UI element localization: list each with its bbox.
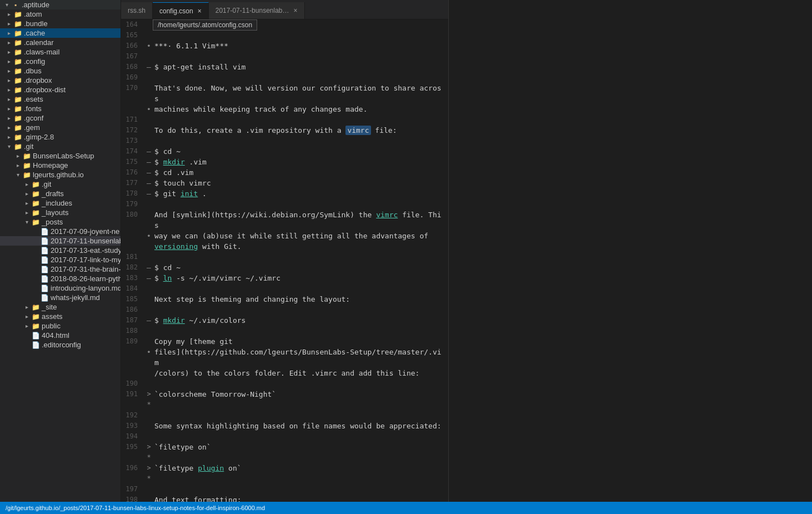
sidebar-label-post2: 2017-07-11-bunsenlab xyxy=(49,237,121,245)
sidebar-item-drafts[interactable]: ▸ 📁 _drafts xyxy=(0,189,121,198)
gconf-arrow: ▸ xyxy=(4,115,13,121)
sidebar-item-dropbox-dist[interactable]: ▸ 📁 .dropbox-dist xyxy=(0,85,121,94)
dbus-arrow: ▸ xyxy=(4,68,13,74)
sidebar-label-homepage: Homepage xyxy=(31,161,68,169)
esets-arrow: ▸ xyxy=(4,96,13,102)
sidebar-item-fonts[interactable]: ▸ 📁 .fonts xyxy=(0,104,121,113)
editorconfig-file-icon: 📄 xyxy=(31,341,40,349)
code-line-189: 189 Copy my [theme git xyxy=(121,336,448,347)
sidebar-item-site[interactable]: ▸ 📁 _site xyxy=(0,302,121,312)
sidebar-label-fonts: .fonts xyxy=(22,104,42,113)
tab-bunsen-close[interactable]: × xyxy=(294,7,298,14)
tab-bunsen-label: 2017-07-11-bunsenlab… xyxy=(215,7,289,14)
post2-file-icon: 📄 xyxy=(40,237,49,245)
bunsenlabs-folder-icon: 📁 xyxy=(22,152,31,160)
tab-config-close[interactable]: × xyxy=(198,7,202,15)
sidebar-item-cache[interactable]: ▸ 📁 .cache xyxy=(0,28,121,38)
bundle-folder-icon: 📁 xyxy=(13,20,22,28)
atom-arrow: ▸ xyxy=(4,11,13,17)
lgeurts-folder-icon: 📁 xyxy=(22,171,31,179)
sidebar-item-bundle[interactable]: ▸ 📁 .bundle xyxy=(0,19,121,28)
sidebar-label-dropbox: .dropbox xyxy=(22,76,52,84)
sidebar-label-dropbox-dist: .dropbox-dist xyxy=(22,86,66,94)
cache-arrow: ▸ xyxy=(4,30,13,36)
sidebar-label-git2: .git xyxy=(40,180,51,188)
sidebar-item-homepage[interactable]: ▸ 📁 Homepage xyxy=(0,161,121,170)
sidebar-label-post4: 2017-07-17-link-to-my xyxy=(49,256,121,264)
sidebar-item-dbus[interactable]: ▸ 📁 .dbus xyxy=(0,66,121,76)
sidebar-item-atom[interactable]: ▸ 📁 .atom xyxy=(0,9,121,19)
git2-folder-icon: 📁 xyxy=(31,181,40,188)
sidebar-label-drafts: _drafts xyxy=(40,189,64,198)
sidebar-label-calendar: .calendar xyxy=(22,38,53,47)
editor-tab-bar: rss.sh config.cson × /home/lgeurts/.atom… xyxy=(121,0,448,19)
sidebar-file-post1[interactable]: 📄 2017-07-09-joyent-ne… xyxy=(0,227,121,236)
sidebar-item-git2[interactable]: ▸ 📁 .git xyxy=(0,179,121,189)
code-line-185: 185 Next step is theming and changing th… xyxy=(121,294,448,305)
fonts-folder-icon: 📁 xyxy=(13,105,22,113)
sidebar-label-editorconfig: .editorconfig xyxy=(40,341,81,349)
post3-file-icon: 📄 xyxy=(40,247,49,254)
git-folder-icon: 📁 xyxy=(13,143,22,151)
gconf-folder-icon: 📁 xyxy=(13,114,22,122)
sidebar-item-gimp[interactable]: ▸ 📁 .gimp-2.8 xyxy=(0,132,121,142)
sidebar-item-esets[interactable]: ▸ 📁 .esets xyxy=(0,94,121,104)
calendar-folder-icon: 📁 xyxy=(13,39,22,47)
code-line-186: 186 xyxy=(121,305,448,315)
includes-arrow: ▸ xyxy=(22,200,31,206)
sidebar-file-post4[interactable]: 📄 2017-07-17-link-to-my xyxy=(0,255,121,265)
sidebar-root[interactable]: ▾ ▪ .aptitude xyxy=(0,0,121,9)
tab-config[interactable]: config.cson × /home/lgeurts/.atom/config… xyxy=(153,2,209,19)
sidebar-item-calendar[interactable]: ▸ 📁 .calendar xyxy=(0,38,121,47)
sidebar-item-claws-mail[interactable]: ▸ 📁 .claws-mail xyxy=(0,47,121,57)
sidebar-file-post5[interactable]: 📄 2017-07-31-the-brain-j xyxy=(0,265,121,274)
sidebar-file-editorconfig[interactable]: 📄 .editorconfig xyxy=(0,340,121,350)
sidebar-root-label: .aptitude xyxy=(20,1,49,9)
gem-folder-icon: 📁 xyxy=(13,124,22,132)
sidebar-label-gimp: .gimp-2.8 xyxy=(22,133,54,141)
config-folder-icon: 📁 xyxy=(13,58,22,66)
sidebar-item-posts[interactable]: ▾ 📁 _posts xyxy=(0,217,121,227)
esets-folder-icon: 📁 xyxy=(13,96,22,103)
sidebar-label-includes: _includes xyxy=(40,199,72,207)
homepage-arrow: ▸ xyxy=(13,162,22,168)
site-folder-icon: 📁 xyxy=(31,303,40,311)
code-line-181: 181 xyxy=(121,252,448,262)
code-line-189c: /colors) to the colors folder. Edit .vim… xyxy=(121,368,448,378)
gem-arrow: ▸ xyxy=(4,124,13,131)
sidebar-item-lgeurts[interactable]: ▾ 📁 lgeurts.github.io xyxy=(0,170,121,179)
code-line-174: 174 – $ cd ~ xyxy=(121,146,448,157)
sidebar-item-dropbox[interactable]: ▸ 📁 .dropbox xyxy=(0,76,121,85)
tab-bunsen[interactable]: 2017-07-11-bunsenlab… × xyxy=(209,2,305,19)
sidebar-label-config: .config xyxy=(22,57,45,66)
sidebar-label-post7: introducing-lanyon.md xyxy=(49,284,121,292)
sidebar-label-posts: _posts xyxy=(40,218,63,226)
sidebar-file-post8[interactable]: 📄 whats-jekyll.md xyxy=(0,293,121,302)
sidebar-item-bunsenlabs-setup[interactable]: ▸ 📁 BunsenLabs-Setup xyxy=(0,151,121,161)
sidebar-label-esets: .esets xyxy=(22,95,43,103)
git2-arrow: ▸ xyxy=(22,181,31,187)
code-editor: 164 **6.1 Text 165 166 • ***· 6.1.1 Vim*… xyxy=(121,19,449,502)
code-line-192: 192 xyxy=(121,410,448,421)
bundle-arrow: ▸ xyxy=(4,21,13,27)
sidebar-item-gconf[interactable]: ▸ 📁 .gconf xyxy=(0,113,121,123)
code-line-188: 188 xyxy=(121,326,448,336)
sidebar-file-post3[interactable]: 📄 2017-07-13-eat.-study xyxy=(0,246,121,255)
gimp-folder-icon: 📁 xyxy=(13,133,22,141)
sidebar-item-layouts[interactable]: ▸ 📁 _layouts xyxy=(0,208,121,217)
sidebar-file-post7[interactable]: 📄 introducing-lanyon.md xyxy=(0,283,121,293)
sidebar-item-config[interactable]: ▸ 📁 .config xyxy=(0,57,121,66)
sidebar-label-bunsenlabs: BunsenLabs-Setup xyxy=(31,152,94,160)
sidebar-item-includes[interactable]: ▸ 📁 _includes xyxy=(0,198,121,208)
sidebar-item-gem[interactable]: ▸ 📁 .gem xyxy=(0,123,121,132)
sidebar-item-public[interactable]: ▸ 📁 public xyxy=(0,321,121,331)
sidebar-item-git[interactable]: ▾ 📁 .git xyxy=(0,142,121,151)
sidebar-file-404[interactable]: 📄 404.html xyxy=(0,331,121,340)
sidebar-file-post6[interactable]: 📄 2018-08-26-learn-pyth xyxy=(0,274,121,283)
sidebar-item-assets[interactable]: ▸ 📁 assets xyxy=(0,312,121,321)
sidebar-file-post2[interactable]: 📄 2017-07-11-bunsenlab xyxy=(0,236,121,246)
code-line-178: 178 – $ git init . xyxy=(121,188,448,199)
code-line-176: 176 – $ cd .vim xyxy=(121,167,448,178)
public-folder-icon: 📁 xyxy=(31,322,40,330)
tab-rss[interactable]: rss.sh xyxy=(121,2,153,19)
